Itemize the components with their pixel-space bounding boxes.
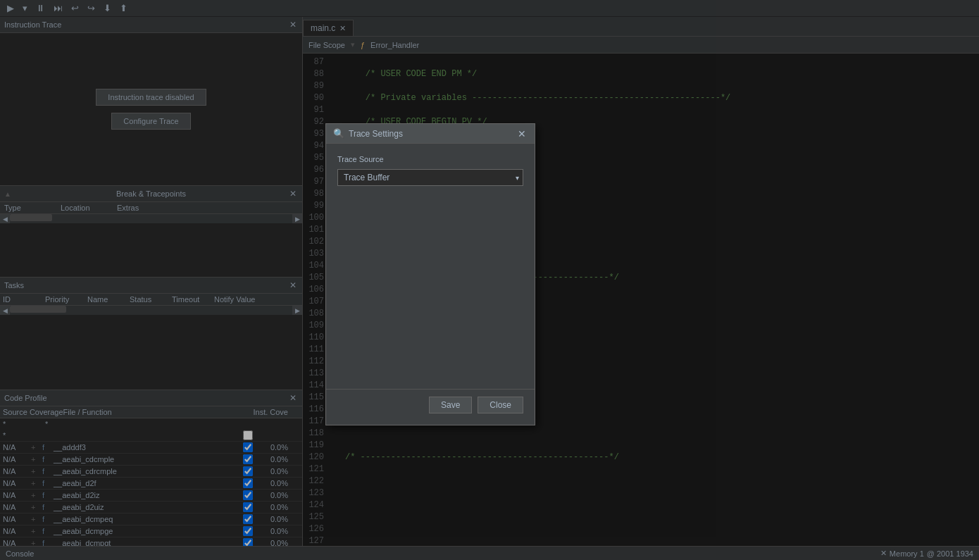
trace-settings-modal: 🔍 Trace Settings ✕ Trace Source Trace Bu…: [325, 123, 535, 425]
step-up-button[interactable]: ⬆: [117, 1, 130, 15]
inst-coverage: 0.0%: [256, 479, 288, 487]
col-source-coverage: Source Coverage: [3, 408, 63, 416]
code-line: /* Private variables -------------------…: [331, 92, 979, 104]
tasks-scroll-right-button[interactable]: ▶: [292, 306, 302, 316]
code-comment: /* -------------------------------------…: [345, 452, 619, 462]
code-profile-row: N/A + f __aeabi_dcmpeq 0.0%: [0, 514, 302, 525]
col-id: ID: [3, 295, 45, 304]
line-number: 122: [306, 475, 328, 487]
tab-bar: main.c ✕: [303, 17, 979, 37]
line-number: 118: [306, 428, 328, 440]
scroll-right-button[interactable]: ▶: [292, 214, 302, 224]
instruction-trace-close-button[interactable]: ✕: [288, 20, 298, 30]
cp-checkbox[interactable]: [243, 478, 253, 488]
cp-src: N/A: [3, 503, 31, 511]
cp-checkbox[interactable]: [243, 502, 253, 512]
collapse-arrow-icon[interactable]: ▲: [4, 190, 11, 198]
code-line: [331, 535, 979, 546]
cp-checkbox[interactable]: [243, 442, 253, 452]
expand-icon[interactable]: +: [31, 515, 42, 523]
function-name: __aeabi_cdrcmple: [54, 467, 243, 475]
cp-checkbox[interactable]: [243, 514, 253, 524]
file-type-label: f: [42, 503, 54, 511]
breadcrumb-function-icon: ƒ: [361, 41, 365, 49]
expand-icon[interactable]: +: [31, 479, 42, 487]
col-notify-value: Notify Value: [214, 295, 256, 304]
step-into-button[interactable]: ↪: [85, 1, 98, 15]
scroll-left-button[interactable]: ◀: [0, 214, 10, 224]
empty-dot: [337, 502, 342, 507]
empty-dot: [337, 466, 342, 471]
break-tracepoints-scrollbar[interactable]: ◀ ▶: [0, 213, 302, 223]
star-src: *: [3, 420, 31, 428]
tasks-close-button[interactable]: ✕: [288, 280, 298, 290]
line-number: 126: [306, 523, 328, 535]
cp-src: N/A: [3, 443, 31, 452]
tasks-scroll-left-button[interactable]: ◀: [0, 306, 10, 316]
code-profile-row: N/A + f __aeabi_d2iz 0.0%: [0, 490, 302, 502]
file-type-label: f: [42, 467, 54, 475]
break-tracepoints-close-button[interactable]: ✕: [288, 189, 298, 199]
tasks-header: Tasks ✕: [0, 278, 302, 294]
step-down-button[interactable]: ⬇: [101, 1, 114, 15]
modal-save-button[interactable]: Save: [429, 397, 472, 413]
breadcrumb-scope[interactable]: File Scope: [308, 41, 345, 49]
break-tracepoints-columns: Type Location Extras: [0, 202, 302, 213]
cp-checkbox[interactable]: [243, 466, 253, 476]
trace-content: Instruction trace disabled Configure Tra…: [0, 33, 302, 185]
cp-checkbox[interactable]: [243, 526, 253, 536]
expand-icon[interactable]: +: [31, 467, 42, 475]
modal-close-btn[interactable]: Close: [478, 397, 523, 413]
inst-coverage: 0.0%: [256, 539, 288, 546]
code-profile-row: N/A + f __aeabi_cdrcmple 0.0%: [0, 466, 302, 478]
status-address: @ 2001 1934: [927, 549, 973, 558]
trace-source-select[interactable]: Trace Buffer Other: [337, 169, 523, 186]
inst-coverage: 0.0%: [256, 503, 288, 511]
expand-icon[interactable]: +: [31, 503, 42, 511]
line-number: 87: [306, 56, 328, 68]
tab-main-c-close-button[interactable]: ✕: [339, 24, 346, 33]
inst-coverage: 0.0%: [256, 455, 288, 463]
file-type-label: f: [42, 443, 54, 452]
break-tracepoints-title: Break & Tracepoints: [116, 189, 186, 198]
cp-checkbox[interactable]: [243, 538, 253, 546]
code-profile-panel: Code Profile ✕ Source Coverage File / Fu…: [0, 390, 302, 546]
empty-dot: [337, 537, 342, 543]
toolbar: ▶ ▾ ⏸ ⏭ ↩ ↪ ⬇ ⬆: [0, 0, 979, 17]
inst-coverage: 0.0%: [256, 467, 288, 475]
expand-icon[interactable]: +: [31, 527, 42, 535]
play-dropdown-button[interactable]: ▾: [20, 1, 30, 15]
breadcrumb-function[interactable]: Error_Handler: [370, 41, 419, 49]
code-profile-close-button[interactable]: ✕: [288, 393, 298, 403]
instruction-trace-disabled-button: Instruction trace disabled: [96, 89, 206, 106]
expand-icon[interactable]: +: [31, 491, 42, 499]
function-name: __aeabi_d2f: [54, 479, 243, 487]
cp-checkbox[interactable]: [243, 454, 253, 464]
expand-icon[interactable]: +: [31, 539, 42, 546]
cp-src: N/A: [3, 455, 31, 463]
cp-checkbox[interactable]: [243, 490, 253, 500]
line-number: 125: [306, 511, 328, 523]
function-name: __aeabi_dcmpeq: [54, 515, 243, 523]
file-type-label: f: [42, 539, 54, 546]
step-back-button[interactable]: ↩: [68, 1, 82, 15]
tasks-scrollbar[interactable]: ◀ ▶: [0, 305, 302, 315]
cp-src: N/A: [3, 539, 31, 546]
configure-trace-button[interactable]: Configure Trace: [111, 113, 190, 130]
expand-icon[interactable]: +: [31, 443, 42, 452]
code-profile-row: N/A + f __aeabi_dcmpgt 0.0%: [0, 537, 302, 546]
run-button[interactable]: ▶: [4, 1, 17, 15]
expand-icon[interactable]: +: [31, 455, 42, 463]
pause-button[interactable]: ⏸: [33, 1, 48, 15]
col-inst-cove: Inst. Cove: [232, 408, 288, 416]
modal-body: Trace Source Trace Buffer Other ▾: [326, 144, 535, 206]
cp-checkbox[interactable]: [243, 430, 253, 440]
inst-coverage: 0.0%: [256, 443, 288, 452]
function-name: __aeabi_cdcmple: [54, 455, 243, 463]
tab-main-c[interactable]: main.c ✕: [303, 20, 354, 36]
breadcrumb-bar: File Scope ▾ ƒ Error_Handler: [303, 37, 979, 54]
code-profile-columns: Source Coverage File / Function Inst. Co…: [0, 406, 302, 418]
step-over-button[interactable]: ⏭: [51, 1, 66, 15]
line-number: 120: [306, 452, 328, 463]
modal-close-button[interactable]: ✕: [516, 129, 528, 139]
